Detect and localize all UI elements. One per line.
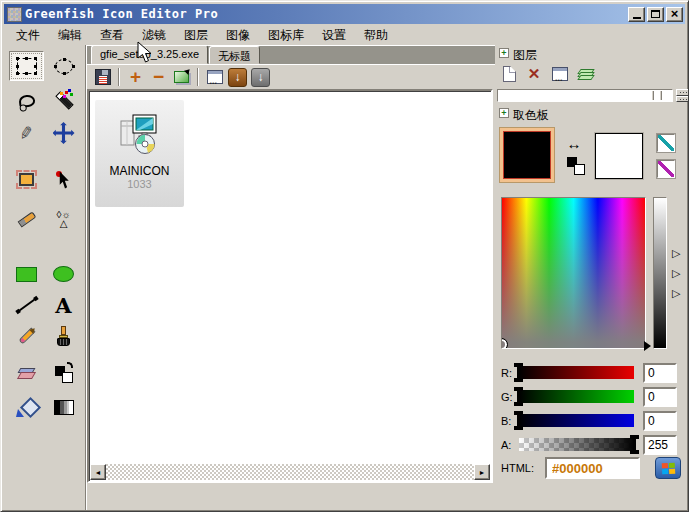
color-selection-marker[interactable] (501, 338, 508, 349)
luminance-marker[interactable] (644, 341, 656, 351)
export-button[interactable]: ↓ (250, 67, 271, 88)
tool-brush[interactable] (46, 321, 81, 351)
scroll-right-button[interactable]: ► (474, 464, 490, 480)
delete-layer-icon: ✕ (528, 67, 541, 81)
hue-saturation-field[interactable] (501, 197, 646, 349)
retouch-triangle-icon: △ (60, 219, 68, 228)
scrollbar-track[interactable] (106, 464, 474, 480)
title-bar[interactable]: Greenfish Icon Editor Pro × (4, 4, 685, 24)
default-colors-icon[interactable] (567, 157, 585, 175)
layers-list-button[interactable] (575, 63, 597, 85)
alpha-slider-handle[interactable] (630, 435, 639, 454)
foreground-color-swatch[interactable] (503, 131, 551, 179)
blue-label: B: (501, 415, 511, 427)
menu-item-image[interactable]: 图像 (217, 25, 259, 46)
windows-colors-button[interactable] (655, 457, 681, 479)
green-slider[interactable] (519, 390, 634, 403)
tool-filled-ellipse[interactable] (46, 259, 81, 289)
menu-item-help[interactable]: 帮助 (355, 25, 397, 46)
scroll-right-icon: ► (479, 469, 486, 476)
slider-thumb[interactable] (659, 91, 662, 100)
icon-list-item[interactable]: MAINICON 1033 (95, 100, 184, 207)
window-icon (207, 70, 223, 84)
side-panel: + 图层 ✕ + 取色板 ↔ ▷ ▷ ▷ R: G (495, 45, 687, 510)
tool-move[interactable] (46, 118, 81, 148)
import-button[interactable]: ↓ (227, 67, 248, 88)
tool-pen[interactable]: ✎ (9, 118, 44, 148)
icon-item-id: 1033 (127, 178, 151, 190)
background-color-swatch[interactable] (595, 133, 643, 179)
menu-item-icon-library[interactable]: 图标库 (259, 25, 313, 46)
luminance-bar[interactable] (653, 197, 667, 349)
filled-rectangle-icon (16, 267, 37, 282)
alpha-value-input[interactable] (643, 435, 677, 455)
convert-button[interactable] (171, 67, 192, 88)
add-page-button[interactable]: + (125, 67, 146, 88)
red-value-input[interactable] (643, 363, 677, 383)
menu-item-view[interactable]: 查看 (91, 25, 133, 46)
slider-thumb[interactable] (651, 91, 654, 100)
html-color-input[interactable] (545, 457, 640, 479)
blue-value-input[interactable] (643, 411, 677, 431)
save-button[interactable] (92, 67, 113, 88)
window-title: Greenfish Icon Editor Pro (25, 7, 218, 21)
tool-text[interactable]: A (46, 290, 81, 320)
tool-ellipse-select[interactable] (46, 51, 81, 81)
red-slider[interactable] (519, 366, 634, 379)
canvas[interactable]: MAINICON 1033 ◄ ► (87, 89, 493, 483)
slider-spin-button[interactable] (676, 89, 689, 102)
new-layer-icon (503, 66, 516, 82)
fill-bucket-icon (16, 397, 38, 417)
green-slider-handle[interactable] (514, 387, 523, 406)
app-window: Greenfish Icon Editor Pro × 文件 编辑 查看 滤镜 … (0, 0, 689, 512)
scroll-left-button[interactable]: ◄ (90, 464, 106, 480)
palette-expand-icon[interactable]: + (499, 108, 509, 118)
tab-document-2[interactable]: 无标题 (209, 46, 260, 64)
remove-page-button[interactable]: − (148, 67, 169, 88)
layer-properties-icon (552, 67, 568, 81)
menu-item-settings[interactable]: 设置 (313, 25, 355, 46)
tool-eraser[interactable] (9, 358, 44, 388)
alpha-slider[interactable] (519, 438, 634, 451)
menu-item-layer[interactable]: 图层 (175, 25, 217, 46)
layer-opacity-slider[interactable] (497, 89, 673, 102)
tool-hotspot[interactable] (46, 164, 81, 194)
tool-filled-rectangle[interactable] (9, 259, 44, 289)
blue-slider[interactable] (519, 414, 634, 427)
tool-gradient[interactable] (46, 392, 81, 422)
tool-retouch[interactable]: ◊☼ △ (46, 204, 81, 234)
red-slider-handle[interactable] (514, 363, 523, 382)
tool-fill[interactable] (9, 392, 44, 422)
tool-magic-wand[interactable] (46, 86, 81, 116)
preset-marker[interactable]: ▷ (672, 287, 680, 299)
horizontal-scrollbar[interactable]: ◄ ► (90, 464, 490, 480)
foreground-transparent-icon[interactable] (657, 134, 675, 152)
toolbar-separator (118, 68, 120, 86)
new-layer-button[interactable] (498, 63, 520, 85)
alpha-label: A: (501, 439, 511, 451)
preset-marker[interactable]: ▷ (672, 267, 680, 279)
tool-swap-colors[interactable] (46, 358, 81, 388)
layer-properties-button[interactable] (549, 63, 571, 85)
preset-marker[interactable]: ▷ (672, 247, 680, 259)
add-page-icon: + (130, 69, 141, 85)
tool-line[interactable] (9, 290, 44, 320)
tool-pencil[interactable] (9, 321, 44, 351)
layers-expand-icon[interactable]: + (499, 48, 509, 58)
background-transparent-icon[interactable] (657, 160, 675, 178)
tool-rectangle-select[interactable] (9, 51, 44, 81)
menu-item-file[interactable]: 文件 (7, 25, 49, 46)
app-logo-icon[interactable] (7, 7, 22, 22)
close-button[interactable]: × (666, 7, 683, 22)
blue-slider-handle[interactable] (514, 411, 523, 430)
green-value-input[interactable] (643, 387, 677, 407)
page-properties-button[interactable] (204, 67, 225, 88)
maximize-button[interactable] (647, 7, 664, 22)
swap-colors-arrow-icon[interactable]: ↔ (561, 135, 587, 152)
delete-layer-button[interactable]: ✕ (523, 63, 545, 85)
tool-eyedropper[interactable] (9, 204, 44, 234)
tool-lasso[interactable] (9, 86, 44, 116)
tool-crop[interactable] (9, 164, 44, 194)
menu-item-edit[interactable]: 编辑 (49, 25, 91, 46)
minimize-button[interactable] (628, 7, 645, 22)
